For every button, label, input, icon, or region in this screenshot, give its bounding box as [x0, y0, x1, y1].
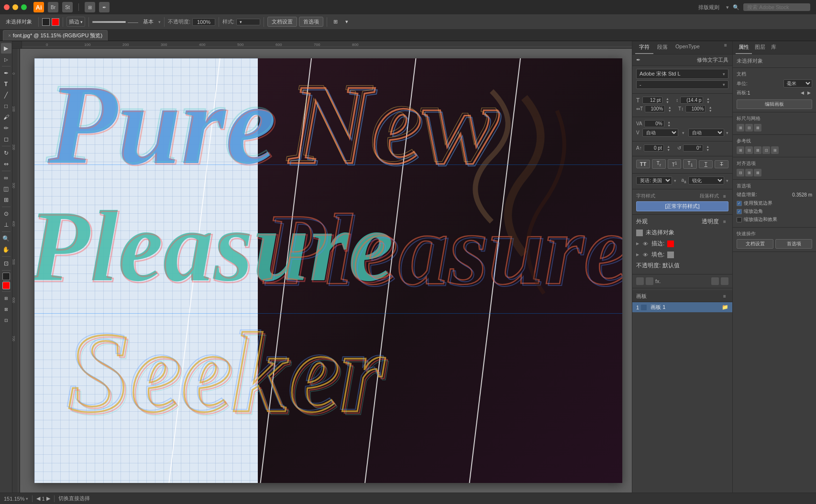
layout-icon[interactable]: ⊞	[85, 2, 95, 12]
stroke-dropdown-arrow[interactable]: ▾	[158, 20, 161, 24]
close-btn[interactable]	[4, 4, 10, 10]
br-app-icon[interactable]: Br	[48, 2, 58, 12]
stroke-visibility-icon[interactable]: 👁	[642, 241, 649, 247]
blend-tool[interactable]: ∞	[1, 173, 11, 183]
style-dropdown[interactable]: ▾	[236, 19, 260, 25]
baseline-spinner[interactable]: ▲▼	[666, 145, 672, 152]
align-center-icon[interactable]: ⊞	[745, 169, 753, 176]
appearance-menu-icon[interactable]: ≡	[721, 218, 728, 226]
guide-icon-1[interactable]: ⊞	[737, 146, 744, 154]
doc-settings-btn[interactable]: 文档设置	[267, 17, 297, 27]
antialiasing-select[interactable]: 锐化	[688, 176, 724, 185]
auto1-select[interactable]: 自动	[642, 129, 678, 137]
fill-color-swatch[interactable]	[667, 252, 674, 258]
all-caps-btn[interactable]: TT	[636, 160, 650, 168]
stroke-color[interactable]	[2, 282, 10, 289]
scale-stroke-checkbox[interactable]	[737, 217, 742, 222]
arrange-icon[interactable]: ⊞	[331, 18, 341, 26]
draw-inside[interactable]: ⊠	[1, 304, 11, 315]
opacity-input[interactable]	[192, 18, 215, 26]
artboard-1-row[interactable]: 1 画板 1 📁	[632, 302, 732, 312]
selection-tool[interactable]: ▶	[1, 43, 11, 54]
normal-char-style-display[interactable]: [正常字符样式]	[636, 201, 728, 211]
quick-prefs-btn[interactable]: 首选项	[775, 239, 812, 249]
tab-character[interactable]: 字符	[635, 41, 653, 54]
underline-btn[interactable]: T	[699, 160, 713, 168]
draw-outside[interactable]: ⊡	[1, 315, 11, 326]
language-select[interactable]: 英语: 美国	[636, 176, 672, 185]
superscript-btn[interactable]: T1	[668, 159, 682, 169]
small-caps-btn[interactable]: Tr	[652, 159, 666, 169]
scale-v-input[interactable]	[685, 105, 706, 112]
add-new-style-btn[interactable]	[636, 277, 644, 285]
line-tool[interactable]: ╱	[1, 90, 11, 100]
nav-prev-icon[interactable]: ◀	[799, 89, 805, 96]
fill-visibility-icon[interactable]: 👁	[642, 252, 649, 258]
rotation-spinner[interactable]: ▲▼	[705, 145, 711, 152]
more-icon[interactable]: ▾	[342, 18, 351, 26]
st-app-icon[interactable]: St	[62, 2, 73, 12]
rotation-input[interactable]	[683, 144, 703, 152]
stock-search-input[interactable]	[743, 3, 810, 11]
guide-icon-5[interactable]: ⊞	[771, 146, 779, 154]
grid-icon[interactable]: ⊟	[745, 124, 753, 131]
align-right-icon[interactable]: ⊠	[754, 169, 761, 176]
ruler-icon[interactable]: ⊞	[737, 124, 744, 131]
nav-next-btn[interactable]: ▶	[46, 495, 50, 502]
zoom-control[interactable]: 151.15% ▾	[4, 496, 28, 502]
rotate-tool[interactable]: ↻	[1, 148, 11, 158]
minimize-btn[interactable]	[12, 4, 18, 10]
normal-mode[interactable]: ⊞	[1, 293, 11, 304]
pencil-tool[interactable]: ✏	[1, 123, 11, 133]
scale-corners-checkbox[interactable]: ✓	[737, 209, 742, 214]
align-left-icon[interactable]: ⊟	[737, 169, 744, 176]
zoom-tool[interactable]: 🔍	[1, 233, 11, 244]
subscript-btn[interactable]: T1	[683, 159, 697, 169]
nav-next-icon[interactable]: ▶	[805, 89, 812, 96]
measure-tool[interactable]: ⊥	[1, 219, 11, 230]
font-style-selector[interactable]: - ▾	[636, 80, 728, 89]
font-size-input[interactable]	[642, 97, 662, 104]
canvas-document[interactable]: Pure Pure Pure New New New Pleasure Plea…	[34, 58, 622, 483]
eraser-tool[interactable]: ◻	[1, 134, 11, 144]
shape-tool[interactable]: □	[1, 101, 11, 111]
gradient-tool[interactable]: ◫	[1, 184, 11, 194]
font-name-selector[interactable]: Adobe 宋体 Std L ▾	[636, 69, 728, 79]
artboard-folder-icon[interactable]: 📁	[722, 304, 728, 310]
stroke-expand[interactable]: ▶	[636, 241, 639, 246]
ai-app-icon[interactable]: Ai	[33, 2, 44, 12]
baseline-input[interactable]	[644, 144, 664, 152]
direct-selection-tool[interactable]: ▷	[1, 54, 11, 65]
pen-icon[interactable]: ✒	[99, 2, 110, 12]
scale-v-spinner[interactable]: ▲▼	[707, 106, 713, 112]
nav-prev-btn[interactable]: ◀	[36, 495, 40, 502]
scale-h-spinner[interactable]: ▲▼	[667, 106, 673, 112]
pen-tool[interactable]: ✒	[1, 68, 11, 78]
scale-h-input[interactable]	[645, 105, 665, 112]
font-size-spinner[interactable]: ▲▼	[664, 97, 670, 104]
leading-spinner[interactable]: ▲▼	[705, 97, 711, 104]
maximize-btn[interactable]	[21, 4, 27, 10]
tracking-input[interactable]	[644, 120, 664, 127]
scale-tool[interactable]: ⇔	[1, 159, 11, 169]
eyedropper-tool[interactable]: ⊙	[1, 208, 11, 219]
grid-settings-icon[interactable]: ⊠	[754, 124, 761, 131]
guide-icon-4[interactable]: ⊡	[762, 146, 770, 154]
delete-style-btn[interactable]	[721, 277, 728, 285]
fill-color[interactable]	[2, 273, 10, 280]
hand-tool[interactable]: ✋	[1, 244, 11, 255]
tab-opentype[interactable]: OpenType	[672, 41, 704, 54]
fill-swatch[interactable]	[42, 18, 50, 26]
tab-properties[interactable]: 属性	[736, 41, 752, 54]
strikethrough-btn[interactable]: T	[715, 160, 728, 168]
fill-expand[interactable]: ▶	[636, 252, 639, 257]
auto2-select[interactable]: 自动	[688, 129, 724, 137]
preferences-btn[interactable]: 首选项	[299, 17, 323, 27]
text-tool[interactable]: T	[1, 79, 11, 89]
mesh-tool[interactable]: ⊞	[1, 195, 11, 205]
artboard-tool[interactable]: ⊡	[1, 258, 11, 269]
tab-layers[interactable]: 图层	[752, 41, 768, 54]
tab-close-icon[interactable]: ×	[8, 33, 11, 38]
layout-rules-menu[interactable]: 排版规则	[695, 3, 722, 12]
interpolation-dropdown[interactable]: 插边 ▾	[66, 17, 85, 27]
